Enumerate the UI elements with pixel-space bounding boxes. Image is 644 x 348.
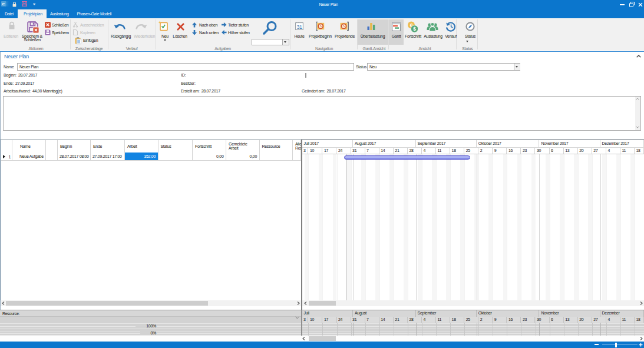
svg-text:$: $: [413, 26, 416, 32]
svg-text:31: 31: [296, 24, 302, 30]
